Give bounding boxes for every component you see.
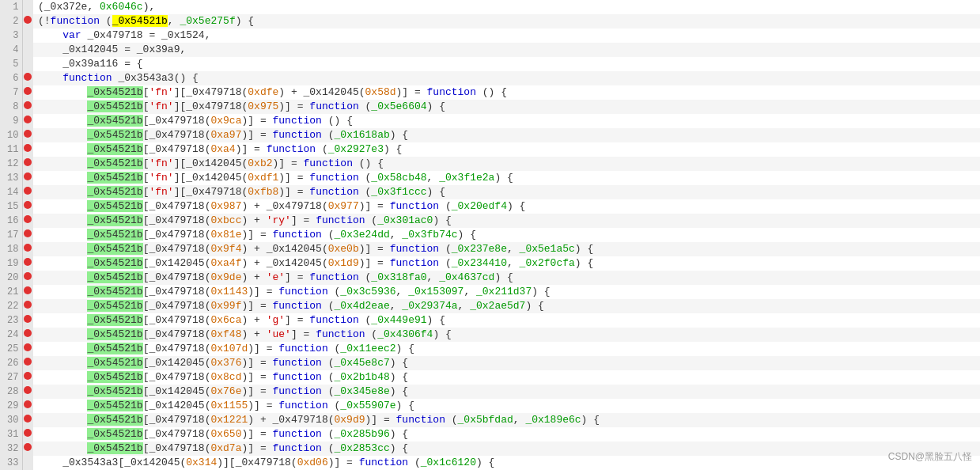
code-line: _0x54521b[_0x142045(0xa4f) + _0x142045(0… <box>33 256 980 271</box>
table-row: 4 _0x142045 = _0x39a9, <box>0 43 980 57</box>
line-number: 32 <box>0 442 22 456</box>
code-line: var _0x479718 = _0x1524, <box>33 28 980 43</box>
breakpoint-col[interactable] <box>22 299 33 313</box>
table-row: 7 _0x54521b['fn'][_0x479718(0xdfe) + _0x… <box>0 85 980 100</box>
breakpoint-col[interactable] <box>22 157 33 171</box>
line-number: 30 <box>0 413 22 427</box>
breakpoint-col[interactable] <box>22 185 33 199</box>
breakpoint-col[interactable] <box>22 128 33 142</box>
breakpoint-dot <box>24 87 32 95</box>
breakpoint-dot <box>24 215 32 223</box>
code-line: function _0x3543a3() { <box>33 71 980 85</box>
code-line: _0x54521b['fn'][_0x142045(0xb2)] = funct… <box>33 157 980 171</box>
breakpoint-dot <box>24 16 32 24</box>
breakpoint-col[interactable] <box>22 356 33 370</box>
breakpoint-col[interactable] <box>22 399 33 413</box>
code-line: _0x54521b[_0x479718(0x1143)] = function … <box>33 285 980 299</box>
code-line: _0x54521b[_0x479718(0xa97)] = function (… <box>33 128 980 142</box>
line-number: 22 <box>0 299 22 313</box>
table-row: 11 _0x54521b[_0x479718(0xa4)] = function… <box>0 142 980 157</box>
table-row: 32 _0x54521b[_0x479718(0xd7a)] = functio… <box>0 442 980 456</box>
code-line: _0x54521b[_0x479718(0x650)] = function (… <box>33 427 980 442</box>
table-row: 20 _0x54521b[_0x479718(0x9de) + 'e'] = f… <box>0 271 980 285</box>
code-line: _0x54521b[_0x479718(0x9ca)] = function (… <box>33 114 980 128</box>
breakpoint-col[interactable] <box>22 456 33 470</box>
breakpoint-dot <box>24 144 32 152</box>
code-line: _0x54521b['fn'][_0x142045(0xdf1)] = func… <box>33 171 980 185</box>
breakpoint-col[interactable] <box>22 85 33 100</box>
line-number: 21 <box>0 285 22 299</box>
breakpoint-dot <box>24 343 32 351</box>
table-row: 8 _0x54521b['fn'][_0x479718(0x975)] = fu… <box>0 100 980 114</box>
breakpoint-col[interactable] <box>22 370 33 385</box>
table-row: 23 _0x54521b[_0x479718(0x6ca) + 'g'] = f… <box>0 313 980 328</box>
table-row: 1(_0x372e, 0x6046c), <box>0 0 980 14</box>
breakpoint-dot <box>24 315 32 323</box>
code-editor: 1(_0x372e, 0x6046c),2(!function (_0x5452… <box>0 0 980 470</box>
table-row: 5 _0x39a116 = { <box>0 57 980 71</box>
code-line: _0x54521b[_0x479718(0x107d)] = function … <box>33 342 980 356</box>
breakpoint-col[interactable] <box>22 28 33 43</box>
line-number: 15 <box>0 199 22 214</box>
code-line: _0x54521b[_0x479718(0xa4)] = function (_… <box>33 142 980 157</box>
breakpoint-col[interactable] <box>22 328 33 342</box>
table-row: 2(!function (_0x54521b, _0x5e275f) { <box>0 14 980 28</box>
code-line: _0x54521b['fn'][_0x479718(0xfb8)] = func… <box>33 185 980 199</box>
code-line: _0x3543a3[_0x142045(0x314)][_0x479718(0x… <box>33 456 980 470</box>
breakpoint-col[interactable] <box>22 43 33 57</box>
table-row: 33 _0x3543a3[_0x142045(0x314)][_0x479718… <box>0 456 980 470</box>
line-number: 5 <box>0 57 22 71</box>
code-line: _0x54521b[_0x479718(0x1221) + _0x479718(… <box>33 413 980 427</box>
code-line: _0x39a116 = { <box>33 57 980 71</box>
line-number: 28 <box>0 385 22 399</box>
table-row: 31 _0x54521b[_0x479718(0x650)] = functio… <box>0 427 980 442</box>
line-number: 6 <box>0 71 22 85</box>
breakpoint-col[interactable] <box>22 57 33 71</box>
breakpoint-col[interactable] <box>22 442 33 456</box>
breakpoint-col[interactable] <box>22 256 33 271</box>
breakpoint-col[interactable] <box>22 313 33 328</box>
table-row: 10 _0x54521b[_0x479718(0xa97)] = functio… <box>0 128 980 142</box>
line-number: 26 <box>0 356 22 370</box>
breakpoint-col[interactable] <box>22 71 33 85</box>
breakpoint-col[interactable] <box>22 199 33 214</box>
breakpoint-col[interactable] <box>22 142 33 157</box>
code-line: (!function (_0x54521b, _0x5e275f) { <box>33 14 980 28</box>
line-number: 3 <box>0 28 22 43</box>
breakpoint-col[interactable] <box>22 342 33 356</box>
table-row: 21 _0x54521b[_0x479718(0x1143)] = functi… <box>0 285 980 299</box>
breakpoint-col[interactable] <box>22 114 33 128</box>
breakpoint-col[interactable] <box>22 214 33 228</box>
line-number: 23 <box>0 313 22 328</box>
breakpoint-col[interactable] <box>22 171 33 185</box>
breakpoint-col[interactable] <box>22 14 33 28</box>
code-line: _0x54521b[_0x142045(0x1155)] = function … <box>33 399 980 413</box>
breakpoint-col[interactable] <box>22 0 33 14</box>
breakpoint-dot <box>24 329 32 337</box>
code-line: _0x54521b['fn'][_0x479718(0xdfe) + _0x14… <box>33 85 980 100</box>
breakpoint-col[interactable] <box>22 100 33 114</box>
table-row: 9 _0x54521b[_0x479718(0x9ca)] = function… <box>0 114 980 128</box>
line-number: 16 <box>0 214 22 228</box>
breakpoint-dot <box>24 244 32 252</box>
breakpoint-col[interactable] <box>22 285 33 299</box>
breakpoint-col[interactable] <box>22 413 33 427</box>
code-line: _0x54521b[_0x142045(0x76e)] = function (… <box>33 385 980 399</box>
line-number: 17 <box>0 228 22 242</box>
table-row: 16 _0x54521b[_0x479718(0xbcc) + 'ry'] = … <box>0 214 980 228</box>
line-number: 11 <box>0 142 22 157</box>
breakpoint-col[interactable] <box>22 427 33 442</box>
table-row: 26 _0x54521b[_0x142045(0x376)] = functio… <box>0 356 980 370</box>
line-number: 31 <box>0 427 22 442</box>
breakpoint-dot <box>24 415 32 423</box>
code-line: _0x54521b[_0x479718(0x8cd)] = function (… <box>33 370 980 385</box>
breakpoint-dot <box>24 272 32 280</box>
table-row: 18 _0x54521b[_0x479718(0x9f4) + _0x14204… <box>0 242 980 256</box>
code-line: _0x54521b[_0x479718(0xd7a)] = function (… <box>33 442 980 456</box>
line-number: 10 <box>0 128 22 142</box>
breakpoint-col[interactable] <box>22 242 33 256</box>
breakpoint-col[interactable] <box>22 271 33 285</box>
line-number: 8 <box>0 100 22 114</box>
breakpoint-col[interactable] <box>22 228 33 242</box>
breakpoint-col[interactable] <box>22 385 33 399</box>
